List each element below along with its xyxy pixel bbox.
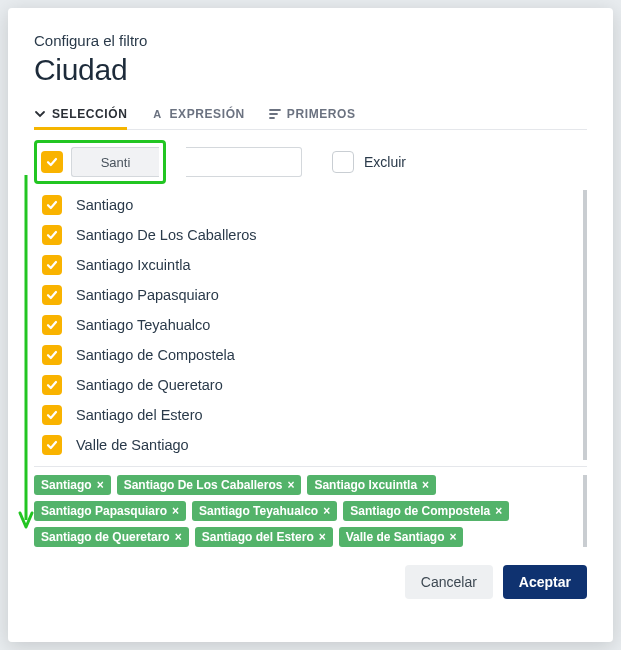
selected-chips: Santiago×Santiago De Los Caballeros×Sant… xyxy=(34,475,587,547)
options-list: SantiagoSantiago De Los CaballerosSantia… xyxy=(42,190,587,460)
chip-label: Santiago Papasquiaro xyxy=(41,504,167,518)
chip[interactable]: Santiago× xyxy=(34,475,111,495)
chip[interactable]: Santiago de Compostela× xyxy=(343,501,509,521)
option-checkbox[interactable] xyxy=(42,405,62,425)
option-checkbox[interactable] xyxy=(42,375,62,395)
exclude-label: Excluir xyxy=(364,154,406,170)
search-ext-box[interactable] xyxy=(186,147,302,177)
option-checkbox[interactable] xyxy=(42,285,62,305)
chip[interactable]: Santiago De Los Caballeros× xyxy=(117,475,302,495)
close-icon[interactable]: × xyxy=(319,531,326,543)
list-item[interactable]: Valle de Santiago xyxy=(42,430,587,460)
option-checkbox[interactable] xyxy=(42,345,62,365)
option-checkbox[interactable] xyxy=(42,225,62,245)
chip[interactable]: Santiago Ixcuintla× xyxy=(307,475,436,495)
chip-label: Santiago xyxy=(41,478,92,492)
search-input[interactable] xyxy=(71,147,159,177)
list-item[interactable]: Santiago Papasquiaro xyxy=(42,280,587,310)
chip-label: Santiago De Los Caballeros xyxy=(124,478,283,492)
list-item[interactable]: Santiago De Los Caballeros xyxy=(42,220,587,250)
close-icon[interactable]: × xyxy=(449,531,456,543)
list-item[interactable]: Santiago de Compostela xyxy=(42,340,587,370)
chip-label: Santiago del Estero xyxy=(202,530,314,544)
close-icon[interactable]: × xyxy=(495,505,502,517)
option-label: Santiago Teyahualco xyxy=(76,317,210,333)
select-all-checkbox[interactable] xyxy=(41,151,63,173)
tab-selection[interactable]: SELECCIÓN xyxy=(34,101,127,130)
chip-label: Valle de Santiago xyxy=(346,530,445,544)
tab-first[interactable]: PRIMEROS xyxy=(269,101,356,130)
exclude-checkbox[interactable] xyxy=(332,151,354,173)
modal-title: Ciudad xyxy=(34,53,587,87)
cancel-button[interactable]: Cancelar xyxy=(405,565,493,599)
option-checkbox[interactable] xyxy=(42,435,62,455)
option-checkbox[interactable] xyxy=(42,315,62,335)
chip[interactable]: Valle de Santiago× xyxy=(339,527,464,547)
option-label: Santiago del Estero xyxy=(76,407,203,423)
close-icon[interactable]: × xyxy=(422,479,429,491)
modal-footer: Cancelar Aceptar xyxy=(34,565,587,599)
letter-a-icon: A xyxy=(151,108,163,120)
tab-expression[interactable]: A EXPRESIÓN xyxy=(151,101,244,130)
tabs: SELECCIÓN A EXPRESIÓN PRIMEROS xyxy=(34,101,587,130)
close-icon[interactable]: × xyxy=(287,479,294,491)
modal-pretitle: Configura el filtro xyxy=(34,32,587,49)
scrollbar[interactable] xyxy=(583,190,587,460)
chip[interactable]: Santiago Papasquiaro× xyxy=(34,501,186,521)
option-checkbox[interactable] xyxy=(42,255,62,275)
chip-label: Santiago Teyahualco xyxy=(199,504,318,518)
tab-label: EXPRESIÓN xyxy=(169,107,244,121)
option-label: Santiago Ixcuintla xyxy=(76,257,190,273)
chip[interactable]: Santiago Teyahualco× xyxy=(192,501,337,521)
list-item[interactable]: Santiago de Queretaro xyxy=(42,370,587,400)
list-item[interactable]: Santiago del Estero xyxy=(42,400,587,430)
tab-label: SELECCIÓN xyxy=(52,107,127,121)
option-label: Valle de Santiago xyxy=(76,437,189,453)
option-label: Santiago xyxy=(76,197,133,213)
exclude-option: Excluir xyxy=(332,151,406,173)
selected-chips-wrap: Santiago×Santiago De Los Caballeros×Sant… xyxy=(34,466,587,547)
option-checkbox[interactable] xyxy=(42,195,62,215)
search-row: Excluir xyxy=(34,140,587,184)
option-label: Santiago de Queretaro xyxy=(76,377,223,393)
accept-button[interactable]: Aceptar xyxy=(503,565,587,599)
chip-label: Santiago Ixcuintla xyxy=(314,478,417,492)
select-all-highlight xyxy=(34,140,166,184)
close-icon[interactable]: × xyxy=(175,531,182,543)
option-label: Santiago De Los Caballeros xyxy=(76,227,257,243)
option-label: Santiago de Compostela xyxy=(76,347,235,363)
close-icon[interactable]: × xyxy=(97,479,104,491)
sort-icon xyxy=(269,108,281,120)
option-label: Santiago Papasquiaro xyxy=(76,287,219,303)
list-item[interactable]: Santiago Ixcuintla xyxy=(42,250,587,280)
chevron-down-icon xyxy=(34,108,46,120)
scrollbar[interactable] xyxy=(583,475,587,547)
close-icon[interactable]: × xyxy=(323,505,330,517)
chip[interactable]: Santiago de Queretaro× xyxy=(34,527,189,547)
chip-label: Santiago de Queretaro xyxy=(41,530,170,544)
tab-label: PRIMEROS xyxy=(287,107,356,121)
chip[interactable]: Santiago del Estero× xyxy=(195,527,333,547)
list-item[interactable]: Santiago Teyahualco xyxy=(42,310,587,340)
list-item[interactable]: Santiago xyxy=(42,190,587,220)
chip-label: Santiago de Compostela xyxy=(350,504,490,518)
close-icon[interactable]: × xyxy=(172,505,179,517)
filter-config-modal: Configura el filtro Ciudad SELECCIÓN A E… xyxy=(8,8,613,642)
